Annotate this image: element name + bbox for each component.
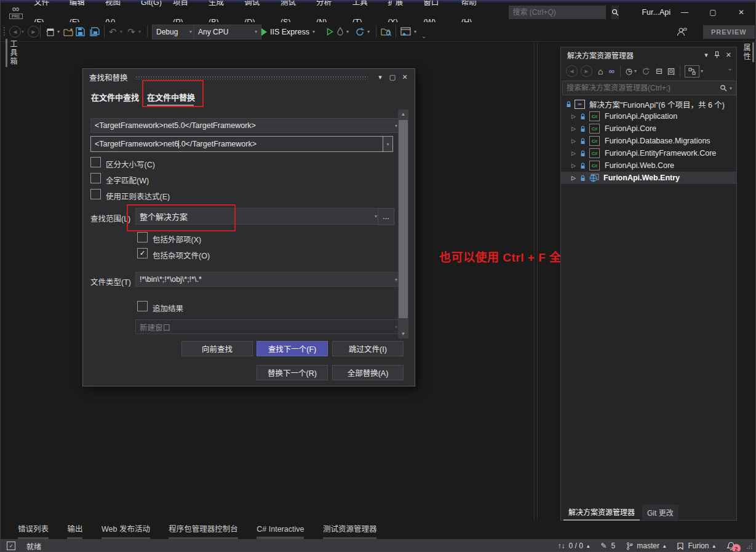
quick-search-input[interactable] (509, 8, 611, 17)
tree-row-project[interactable]: ▷ C# FurionApi.Database.Migrations (561, 135, 736, 147)
chevron-right-icon[interactable]: ▷ (571, 175, 578, 181)
tab-test-explorer[interactable]: 测试资源管理器 (323, 522, 377, 540)
notifications-button[interactable]: 2 (726, 539, 741, 552)
chevron-right-icon[interactable]: ▷ (571, 150, 578, 156)
restart-dropdown-icon[interactable] (367, 22, 370, 41)
filter-dropdown-icon[interactable] (634, 68, 637, 74)
dialog-float-icon[interactable]: ▢ (386, 73, 399, 81)
back-dropdown-icon[interactable] (22, 22, 24, 41)
tab-find-in-files[interactable]: 在文件中查找 (91, 91, 139, 103)
dialog-menu-icon[interactable] (374, 73, 386, 81)
toolbox-autohide-tab[interactable]: 工具箱 (6, 39, 19, 67)
chevron-right-icon[interactable]: ▷ (571, 138, 578, 144)
include-misc-checkbox[interactable] (137, 248, 148, 258)
undo-dropdown-icon[interactable] (120, 22, 122, 41)
find-what-combo[interactable]: <TargetFramework>net5.0</TargetFramework… (90, 118, 402, 133)
home-icon[interactable]: ⌂ (598, 66, 603, 76)
panel-close-icon[interactable]: ✕ (726, 51, 731, 59)
refresh-icon[interactable] (642, 67, 650, 76)
toolbar-overflow-icon[interactable]: ’’ (728, 68, 731, 75)
close-button[interactable]: ✕ (727, 2, 755, 22)
pin-icon[interactable] (714, 51, 720, 58)
match-case-checkbox[interactable] (90, 157, 101, 167)
dialog-title-bar[interactable]: 查找和替换 ▢ ✕ (83, 69, 415, 85)
dialog-close-icon[interactable]: ✕ (399, 73, 411, 81)
quick-search-box[interactable] (509, 6, 606, 19)
filetype-combo[interactable]: !*\bin\*;!*\obj\*;!*\.* (135, 272, 402, 287)
find-next-button[interactable]: 查找下一个(F) (257, 341, 328, 356)
replace-dropdown-button[interactable] (383, 136, 393, 152)
pending-edits-button[interactable]: ✎ 5 (600, 542, 615, 550)
restart-icon[interactable] (355, 22, 365, 41)
find-previous-button[interactable]: 向前查找 (181, 341, 253, 356)
navigate-forward-icon[interactable]: ► (28, 22, 39, 41)
web-browser-icon[interactable] (400, 22, 412, 41)
resize-grip[interactable] (747, 543, 753, 549)
solution-explorer-header[interactable]: 解决方案资源管理器 ✕ (561, 47, 736, 62)
sync-dropdown-icon[interactable] (701, 68, 703, 74)
se-search-input[interactable] (563, 84, 720, 92)
tab-error-list[interactable]: 错误列表 (18, 522, 49, 540)
chevron-right-icon[interactable]: ▷ (571, 162, 578, 169)
redo-icon[interactable]: ↷ (127, 22, 135, 41)
scroll-down-icon[interactable]: ▼ (398, 329, 408, 338)
hot-reload-icon[interactable] (336, 22, 344, 41)
minimize-button[interactable]: — (670, 2, 699, 22)
replace-with-combo[interactable]: <TargetFramework>net6.0</TargetFramework… (90, 136, 391, 152)
include-external-checkbox[interactable] (137, 232, 148, 242)
preview-channel-button[interactable]: PREVIEW (703, 25, 755, 39)
tab-output[interactable]: 输出 (67, 522, 82, 540)
open-folder-icon[interactable] (63, 22, 74, 41)
skip-file-button[interactable]: 跳过文件(I) (332, 341, 404, 356)
scope-combo[interactable]: 整个解决方案 (135, 208, 381, 225)
tab-csharp-interactive[interactable]: C# Interactive (257, 525, 304, 540)
collapse-all-icon[interactable]: ⊟ (656, 66, 662, 76)
choose-folders-button[interactable]: ... (378, 208, 394, 225)
new-project-dropdown-icon[interactable] (57, 22, 60, 41)
panel-menu-icon[interactable] (704, 51, 708, 59)
tab-git-changes[interactable]: Git 更改 (642, 505, 678, 520)
tree-row-project[interactable]: ▷ C# FurionApi.EntityFramework.Core (561, 147, 736, 159)
configuration-combo[interactable]: Debug (152, 25, 196, 39)
preview-selected-icon[interactable]: 回 (667, 66, 675, 76)
switch-views-icon[interactable]: ∞ (608, 66, 614, 76)
pending-changes-filter-icon[interactable]: ◷ (626, 66, 632, 76)
properties-autohide-tab[interactable]: 属性 (741, 42, 754, 62)
tree-row-solution[interactable]: ∞ 解决方案"FurionApi"(6 个项目，共 6 个) (561, 98, 736, 110)
replace-next-button[interactable]: 替换下一个(R) (257, 365, 328, 380)
tree-row-project[interactable]: ▷ C# FurionApi.Application (561, 110, 736, 122)
whole-word-checkbox[interactable] (90, 173, 101, 183)
dialog-scrollbar[interactable]: ▲ ▼ (398, 110, 408, 338)
redo-dropdown-icon[interactable] (138, 22, 141, 41)
search-icon[interactable] (611, 6, 619, 19)
se-search-box[interactable] (562, 81, 736, 95)
toolbar-options-icon[interactable]: ⌄ (421, 26, 426, 46)
background-tasks-icon[interactable]: ✓ (7, 542, 15, 550)
tree-row-project-selected[interactable]: ▷ FurionApi.Web.Entry (561, 172, 736, 184)
scrollbar-thumb[interactable] (399, 120, 408, 318)
append-results-checkbox[interactable] (137, 301, 148, 311)
tree-row-project[interactable]: ▷ C# FurionApi.Core (561, 122, 736, 135)
maximize-button[interactable]: ▢ (699, 2, 727, 22)
send-feedback-icon[interactable] (676, 22, 687, 41)
start-without-debug-icon[interactable] (327, 22, 333, 41)
undo-icon[interactable]: ↶ (109, 22, 117, 41)
commits-sync-button[interactable]: ↑↓ 0 / 0 ▴ (558, 542, 590, 550)
find-in-files-icon[interactable] (381, 22, 392, 41)
hot-reload-dropdown-icon[interactable] (346, 22, 349, 41)
sync-selection-toggle[interactable] (685, 65, 699, 78)
browser-dropdown-icon[interactable] (414, 22, 416, 41)
tab-solution-explorer[interactable]: 解决方案资源管理器 (563, 504, 640, 521)
search-options-icon[interactable] (730, 86, 732, 91)
repository-button[interactable]: Furion ▴ (677, 542, 715, 550)
scroll-up-icon[interactable]: ▲ (398, 110, 408, 119)
start-debug-button[interactable]: IIS Express (261, 22, 315, 41)
chevron-right-icon[interactable]: ▷ (571, 113, 578, 119)
se-back-icon[interactable]: ◄ (566, 65, 578, 77)
platform-combo[interactable]: Any CPU (194, 25, 261, 39)
new-project-icon[interactable] (45, 22, 55, 41)
save-all-icon[interactable] (89, 22, 100, 41)
tab-replace-in-files[interactable]: 在文件中替换 (147, 91, 195, 103)
tab-web-publish[interactable]: Web 发布活动 (101, 522, 150, 540)
tab-package-manager-console[interactable]: 程序包管理器控制台 (169, 522, 238, 540)
